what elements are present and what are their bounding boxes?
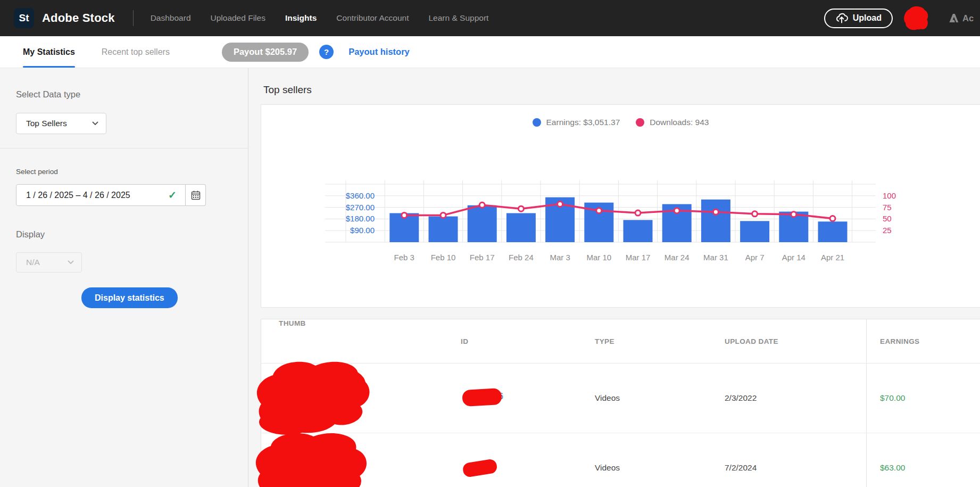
tab-my-statistics[interactable]: My Statistics (23, 36, 75, 68)
asset-id-cell: 36 (461, 386, 595, 410)
asset-id-link[interactable]: 36 (461, 392, 503, 401)
asset-upload-date: 7/2/2024 (725, 463, 866, 473)
column-header-upload-date: UPLOAD DATE (725, 337, 866, 345)
svg-text:$270.00: $270.00 (346, 203, 375, 212)
asset-earnings: $70.00 (866, 364, 980, 433)
stock-logo-text: St (19, 12, 29, 24)
tab-recent-top-sellers[interactable]: Recent top sellers (102, 36, 170, 68)
earnings-downloads-chart: $360.00$270.00$180.00$90.00100755025Feb … (261, 105, 980, 308)
thumbnail-redaction-scribble (255, 358, 378, 437)
payout-history-link[interactable]: Payout history (348, 47, 410, 57)
svg-text:Feb 10: Feb 10 (431, 253, 456, 262)
chevron-down-icon (92, 121, 98, 126)
period-label: Select period (16, 168, 248, 176)
display-select[interactable]: N/A (16, 252, 82, 273)
filters-sidebar: Select Data type Top Sellers Select peri… (0, 68, 248, 487)
main-navigation: Dashboard Uploaded Files Insights Contri… (151, 13, 489, 23)
svg-text:Apr 14: Apr 14 (782, 253, 805, 262)
svg-text:$90.00: $90.00 (350, 226, 375, 235)
thumbnail-redaction-scribble (255, 428, 375, 487)
asset-type: Videos (595, 463, 725, 473)
data-type-label: Select Data type (16, 89, 248, 100)
top-navbar: St Adobe Stock Dashboard Uploaded Files … (0, 0, 980, 36)
stock-logo[interactable]: St (14, 8, 34, 28)
svg-text:75: 75 (883, 203, 892, 212)
payout-badge: Payout $205.97 (222, 43, 309, 62)
calendar-button[interactable] (186, 184, 206, 206)
adobe-stock-app: St Adobe Stock Dashboard Uploaded Files … (0, 0, 980, 487)
brand-title: Adobe Stock (42, 11, 115, 25)
calendar-icon (190, 190, 201, 201)
svg-text:$180.00: $180.00 (346, 214, 375, 223)
asset-earnings: $63.00 (866, 433, 980, 487)
svg-text:50: 50 (883, 214, 892, 223)
table-header-row: THUMB ID TYPE UPLOAD DATE EARNINGS (261, 319, 980, 364)
asset-id-link[interactable]: 9 (461, 461, 496, 471)
display-value: N/A (26, 258, 40, 267)
asset-id-cell: 9 (461, 456, 595, 480)
nav-item-learn-support[interactable]: Learn & Support (428, 13, 488, 23)
nav-item-insights[interactable]: Insights (285, 13, 317, 23)
svg-text:Feb 24: Feb 24 (509, 253, 534, 262)
display-label: Display (16, 229, 248, 240)
main-panel: Top sellers Earnings: $3,051.37 Download… (248, 68, 980, 487)
data-type-value: Top Sellers (26, 119, 67, 128)
svg-text:Apr 21: Apr 21 (821, 253, 844, 262)
adobe-account-label: Ac (962, 13, 974, 23)
column-header-earnings: EARNINGS (866, 319, 980, 363)
adobe-account-entry[interactable]: Ac (949, 13, 980, 23)
adobe-logo-icon (949, 14, 959, 23)
nav-item-uploaded-files[interactable]: Uploaded Files (211, 13, 265, 23)
svg-text:Feb 17: Feb 17 (470, 253, 495, 262)
page-title: Top sellers (263, 84, 980, 96)
payout-help-icon[interactable]: ? (319, 45, 334, 59)
asset-thumbnail[interactable] (261, 364, 461, 433)
top-sellers-table: THUMB ID TYPE UPLOAD DATE EARNINGS (261, 319, 980, 487)
svg-text:Mar 17: Mar 17 (626, 253, 651, 262)
table-row: 9 Videos 7/2/2024 $63.00 (261, 433, 980, 487)
svg-text:Mar 24: Mar 24 (665, 253, 690, 262)
statistics-tabbar: My Statistics Recent top sellers Payout … (0, 36, 980, 68)
svg-text:Feb 3: Feb 3 (394, 253, 414, 262)
user-avatar[interactable] (903, 5, 929, 31)
statistics-chart-card: Earnings: $3,051.37 Downloads: 943 $360.… (261, 104, 980, 308)
table-row: 36 Videos 2/3/2022 $70.00 (261, 364, 980, 433)
asset-type: Videos (595, 393, 725, 403)
svg-text:100: 100 (883, 191, 896, 200)
avatar-redaction-scribble (902, 5, 930, 32)
valid-check-icon: ✓ (168, 189, 177, 201)
nav-item-dashboard[interactable]: Dashboard (151, 13, 191, 23)
svg-text:Mar 10: Mar 10 (586, 253, 611, 262)
cloud-upload-icon (835, 13, 848, 23)
asset-upload-date: 2/3/2022 (725, 393, 866, 403)
period-range-input[interactable]: 1 / 26 / 2025 – 4 / 26 / 2025 ✓ (16, 184, 186, 206)
period-row: 1 / 26 / 2025 – 4 / 26 / 2025 ✓ (16, 184, 206, 206)
nav-item-contributor-account[interactable]: Contributor Account (336, 13, 409, 23)
page-content: Select Data type Top Sellers Select peri… (0, 68, 980, 487)
upload-button[interactable]: Upload (824, 9, 893, 28)
chevron-down-icon (68, 260, 74, 265)
column-header-type: TYPE (595, 337, 725, 345)
svg-text:25: 25 (883, 226, 892, 235)
upload-button-label: Upload (853, 13, 882, 23)
column-header-id: ID (461, 337, 595, 345)
column-header-thumb: THUMB (261, 319, 461, 363)
nav-divider (133, 10, 134, 26)
svg-text:Mar 31: Mar 31 (703, 253, 728, 262)
svg-text:$360.00: $360.00 (346, 191, 375, 200)
period-value: 1 / 26 / 2025 – 4 / 26 / 2025 (26, 191, 130, 200)
asset-thumbnail[interactable] (261, 433, 461, 487)
display-statistics-button[interactable]: Display statistics (81, 287, 178, 308)
svg-text:Mar 3: Mar 3 (550, 253, 570, 262)
data-type-select[interactable]: Top Sellers (16, 113, 106, 134)
svg-text:Apr 7: Apr 7 (745, 253, 765, 262)
sidebar-divider (0, 148, 248, 148)
